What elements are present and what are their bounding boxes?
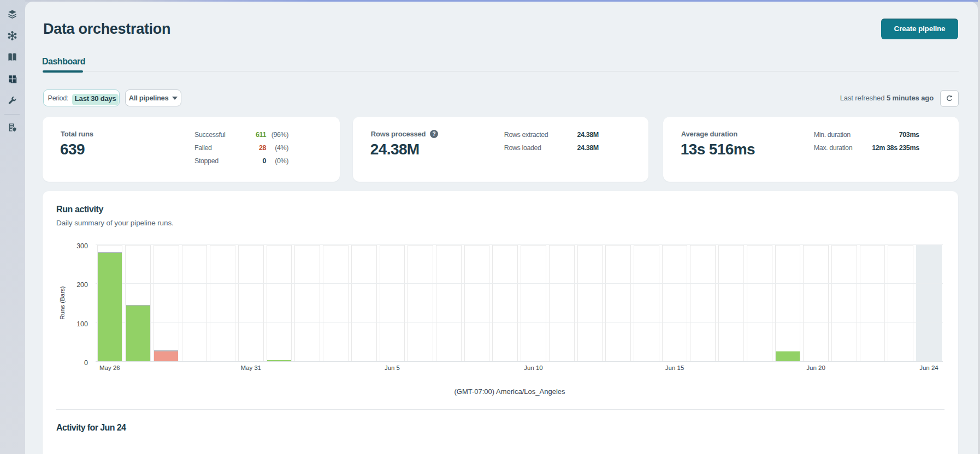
svg-text:?: ?: [432, 131, 435, 137]
